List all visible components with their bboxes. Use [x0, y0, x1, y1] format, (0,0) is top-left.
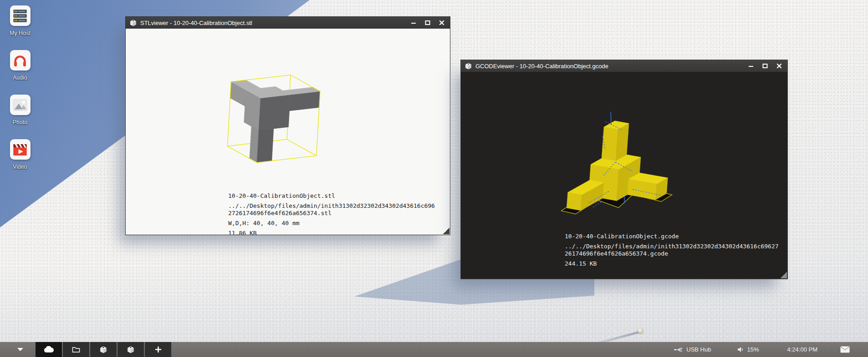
stl-viewer-window: STLviewer - 10-20-40-CalibrationObject.s… — [125, 16, 450, 235]
maximize-icon[interactable] — [762, 63, 768, 69]
gcode-file-info: 10-20-40-CalibrationObject.gcode ../../D… — [565, 233, 779, 270]
desktop-icon-label: My Host — [10, 30, 30, 36]
minimize-icon[interactable] — [748, 63, 754, 69]
desktop-icon-list: My Host Audio Photo — [7, 5, 33, 170]
speaker-icon — [737, 347, 744, 352]
usb-label: USB Hub — [686, 346, 711, 353]
clapperboard-icon — [10, 139, 31, 160]
window-title: STLviewer - 10-20-40-CalibrationObject.s… — [140, 20, 410, 26]
stl-filesize: 11.86 KB — [228, 230, 435, 235]
window-title: GCODEviewer - 10-20-40-CalibrationObject… — [475, 63, 748, 70]
taskbar-buttons — [36, 342, 171, 357]
volume-label: 15% — [747, 346, 759, 353]
taskbar-status-area: USB Hub 15% 4:24:00 PM — [674, 346, 868, 353]
stl-file-info: 10-20-40-CalibrationObject.stl ../../Des… — [228, 192, 435, 235]
resize-handle-icon[interactable] — [781, 272, 787, 278]
resize-handle-icon[interactable] — [443, 228, 449, 234]
close-icon[interactable] — [776, 63, 782, 69]
notifications[interactable] — [840, 346, 850, 353]
taskbar-button-stlviewer[interactable] — [90, 342, 117, 357]
desktop-icon-photo[interactable]: Photo — [7, 95, 33, 126]
chevron-down-icon[interactable] — [10, 347, 30, 352]
gcode-filepath: ../../Desktop/files/admin/inith31302d323… — [565, 243, 779, 257]
taskbar-button-cloud[interactable] — [36, 342, 62, 357]
close-icon[interactable] — [439, 20, 445, 26]
cube-app-icon — [130, 20, 137, 26]
desktop-icon-video[interactable]: Video — [7, 139, 33, 170]
taskbar: USB Hub 15% 4:24:00 PM — [0, 342, 868, 357]
usb-icon — [674, 347, 683, 352]
taskbar-button-files[interactable] — [63, 342, 89, 357]
gcode-viewport-area: 10-20-40-CalibrationObject.gcode ../../D… — [461, 72, 787, 279]
headphones-icon — [10, 50, 31, 70]
clock[interactable]: 4:24:00 PM — [787, 346, 818, 353]
clock-label: 4:24:00 PM — [787, 346, 818, 353]
cube-icon — [100, 346, 107, 353]
cube-icon — [127, 346, 134, 353]
photo-icon — [10, 95, 31, 115]
desktop-icon-label: Photo — [13, 119, 27, 126]
stl-dimensions: W,D,H: 40, 40, 40 mm — [228, 220, 435, 227]
maximize-icon[interactable] — [424, 20, 431, 26]
mail-icon — [840, 346, 850, 353]
wall-peg — [638, 328, 643, 333]
plus-icon — [155, 346, 162, 353]
volume-status[interactable]: 15% — [737, 346, 759, 353]
desktop-icon-my-host[interactable]: My Host — [7, 5, 33, 36]
stl-window-titlebar[interactable]: STLviewer - 10-20-40-CalibrationObject.s… — [126, 17, 450, 29]
stl-filepath: ../../Desktop/files/admin/inith31302d323… — [228, 202, 435, 217]
usb-status[interactable]: USB Hub — [674, 346, 711, 353]
desktop-icon-label: Audio — [13, 75, 27, 81]
desktop-icon-label: Video — [13, 164, 27, 170]
gcode-filename: 10-20-40-CalibrationObject.gcode — [565, 233, 779, 240]
gcode-viewer-window: GCODEviewer - 10-20-40-CalibrationObject… — [460, 60, 788, 279]
taskbar-button-gcodeviewer[interactable] — [117, 342, 144, 357]
gcode-window-titlebar[interactable]: GCODEviewer - 10-20-40-CalibrationObject… — [461, 60, 787, 72]
stl-viewport-area: 10-20-40-CalibrationObject.stl ../../Des… — [126, 29, 450, 235]
minimize-icon[interactable] — [410, 20, 417, 26]
taskbar-button-new[interactable] — [145, 342, 171, 357]
gcode-filesize: 244.15 KB — [565, 260, 779, 267]
cube-app-icon — [465, 63, 472, 70]
stl-filename: 10-20-40-CalibrationObject.stl — [228, 192, 435, 200]
cloud-icon — [44, 346, 54, 353]
folder-icon — [72, 346, 80, 353]
desktop-icon-audio[interactable]: Audio — [7, 50, 33, 81]
server-icon — [10, 5, 31, 26]
